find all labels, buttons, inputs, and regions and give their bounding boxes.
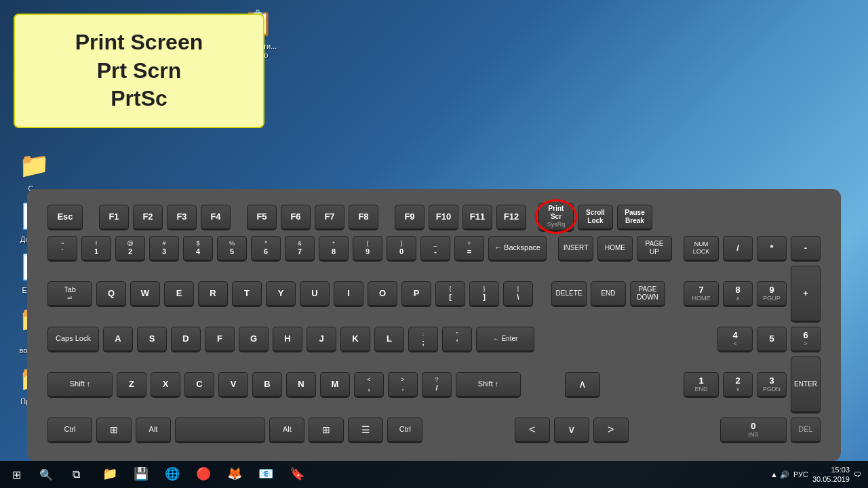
key-num-8[interactable]: 8 ∧ [723, 281, 753, 307]
key-right-win[interactable]: ⊞ [309, 418, 344, 443]
key-pause-break[interactable]: Pause Break [617, 205, 652, 230]
key-semicolon[interactable]: :; [408, 327, 438, 352]
key-f8[interactable]: F8 [349, 205, 378, 230]
key-period[interactable]: >. [388, 372, 418, 398]
key-right-shift[interactable]: Shift ↑ [456, 372, 521, 398]
key-1[interactable]: !1 [81, 236, 111, 262]
search-button[interactable]: 🔍 [33, 461, 60, 488]
key-num-plus[interactable]: + [791, 266, 821, 323]
key-h[interactable]: H [273, 327, 302, 352]
key-num-lock[interactable]: NUMLOCK [684, 236, 719, 262]
key-end[interactable]: END [591, 281, 626, 307]
key-page-up[interactable]: PAGEUP [637, 236, 672, 262]
key-esc[interactable]: Esc [47, 205, 83, 230]
key-left-ctrl[interactable]: Ctrl [47, 418, 92, 443]
key-rbracket[interactable]: }] [469, 281, 499, 307]
key-j[interactable]: J [307, 327, 336, 352]
key-3[interactable]: #3 [149, 236, 179, 262]
key-6[interactable]: ^6 [251, 236, 281, 262]
key-r[interactable]: R [198, 281, 228, 307]
key-num-slash[interactable]: / [723, 236, 753, 262]
key-y[interactable]: Y [266, 281, 296, 307]
key-num-7[interactable]: 7 HOME [684, 281, 719, 307]
key-tab[interactable]: Tab ⇄ [47, 281, 92, 307]
key-w[interactable]: W [130, 281, 160, 307]
key-tilde[interactable]: ~` [47, 236, 77, 262]
key-5[interactable]: %5 [217, 236, 247, 262]
key-scroll-lock[interactable]: Scroll Lock [578, 205, 613, 230]
key-enter[interactable]: ← Enter [476, 327, 534, 352]
key-d[interactable]: D [171, 327, 201, 352]
key-minus[interactable]: _- [420, 236, 450, 262]
key-backslash[interactable]: |\ [503, 281, 533, 307]
key-num-5[interactable]: 5 [757, 327, 787, 352]
key-s[interactable]: S [137, 327, 167, 352]
key-m[interactable]: M [320, 372, 350, 398]
taskbar-lang[interactable]: РУС [793, 470, 808, 479]
key-left-shift[interactable]: Shift ↑ [47, 372, 113, 398]
key-n[interactable]: N [286, 372, 316, 398]
key-slash[interactable]: ?/ [422, 372, 452, 398]
taskbar-app-firefox[interactable]: 🦊 [220, 461, 250, 488]
key-f11[interactable]: F11 [462, 205, 492, 230]
key-b[interactable]: B [252, 372, 282, 398]
key-z[interactable]: Z [117, 372, 146, 398]
key-lbracket[interactable]: {[ [435, 281, 465, 307]
key-right-ctrl[interactable]: Ctrl [387, 418, 422, 443]
key-f5[interactable]: F5 [247, 205, 277, 230]
key-num-enter[interactable]: ENTER [791, 357, 821, 413]
key-8[interactable]: *8 [319, 236, 349, 262]
key-equals[interactable]: += [454, 236, 484, 262]
key-9[interactable]: (9 [353, 236, 382, 262]
key-backspace[interactable]: ← Backspace [488, 236, 547, 262]
key-arrow-up-cluster[interactable]: ∧ [565, 372, 600, 398]
key-c[interactable]: C [184, 372, 214, 398]
taskbar-notification[interactable]: 🗨 [854, 470, 861, 479]
key-l[interactable]: L [374, 327, 404, 352]
key-a[interactable]: A [103, 327, 133, 352]
key-space[interactable] [175, 418, 265, 443]
key-q[interactable]: Q [96, 281, 126, 307]
key-x[interactable]: X [151, 372, 180, 398]
key-0[interactable]: )0 [387, 236, 416, 262]
key-f9[interactable]: F9 [395, 205, 425, 230]
key-print-screen[interactable]: Print Scr SysRq [538, 203, 574, 232]
key-quote[interactable]: "' [442, 327, 472, 352]
key-arrow-down[interactable]: ∨ [554, 418, 589, 443]
key-right-alt[interactable]: Alt [269, 418, 304, 443]
key-num-2[interactable]: 2 ∨ [723, 372, 753, 398]
key-g[interactable]: G [239, 327, 269, 352]
key-i[interactable]: I [334, 281, 363, 307]
key-comma[interactable]: <, [354, 372, 384, 398]
taskbar-app-mail[interactable]: 📧 [251, 461, 281, 488]
taskbar-app-chrome[interactable]: 🌐 [157, 461, 187, 488]
key-num-9[interactable]: 9 PGUP [757, 281, 787, 307]
start-button[interactable]: ⊞ [3, 461, 30, 488]
task-view-button[interactable]: ⧉ [62, 461, 90, 488]
key-num-dot[interactable]: DEL [791, 418, 821, 443]
key-f7[interactable]: F7 [315, 205, 344, 230]
key-o[interactable]: O [368, 281, 397, 307]
key-2[interactable]: @2 [115, 236, 145, 262]
key-left-alt[interactable]: Alt [136, 418, 171, 443]
key-num-3[interactable]: 3 PGDN [757, 372, 787, 398]
key-7[interactable]: &7 [285, 236, 315, 262]
taskbar-app-misc[interactable]: 🔖 [282, 461, 312, 488]
taskbar-app-floppy[interactable]: 💾 [126, 461, 156, 488]
key-f10[interactable]: F10 [429, 205, 458, 230]
key-u[interactable]: U [300, 281, 330, 307]
key-f1[interactable]: F1 [99, 205, 129, 230]
key-num-0[interactable]: 0 INS [720, 418, 787, 443]
key-p[interactable]: P [401, 281, 431, 307]
taskbar-app-explorer[interactable]: 📁 [95, 461, 125, 488]
key-home[interactable]: HOME [597, 236, 633, 262]
key-e[interactable]: E [164, 281, 194, 307]
key-arrow-right[interactable]: > [593, 418, 629, 443]
key-f2[interactable]: F2 [133, 205, 163, 230]
key-f3[interactable]: F3 [167, 205, 197, 230]
key-menu[interactable]: ☰ [348, 418, 383, 443]
key-num-minus[interactable]: - [791, 236, 821, 262]
key-f[interactable]: F [205, 327, 235, 352]
key-num-4[interactable]: 4 < [717, 327, 753, 352]
taskbar-clock[interactable]: 15:03 30.05.2019 [812, 465, 850, 485]
